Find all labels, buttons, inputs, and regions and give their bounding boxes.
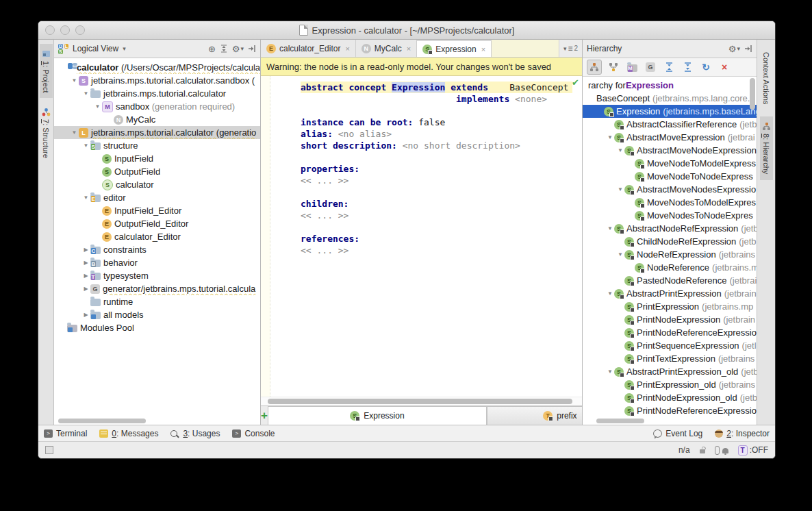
tree-item-runtime[interactable]: runtime — [54, 295, 260, 308]
chevron-collapsed-icon[interactable]: ▶ — [81, 260, 90, 266]
hierarchy-hscrollbar[interactable] — [583, 417, 757, 425]
close-icon[interactable]: × — [718, 60, 731, 74]
hierarchy-item-movenodetonodeexpress[interactable]: SMoveNodeToNodeExpress — [583, 170, 757, 183]
tree-item-behavior[interactable]: ▶Bbehavior — [54, 256, 260, 269]
typesystem-indicator-icon[interactable]: T — [738, 445, 748, 456]
tree-item-calculator-editor[interactable]: Ecalculator_Editor — [54, 230, 260, 243]
tree-item-all-models[interactable]: ▶all models — [54, 308, 260, 321]
hierarchy-item-printnodereferenceexpressio[interactable]: SPrintNodeReferenceExpressio — [583, 404, 757, 417]
tree-item-inputfield-editor[interactable]: EInputField_Editor — [54, 204, 260, 217]
hierarchy-item-childnoderefexpression[interactable]: SChildNodeRefExpression(jetb — [583, 235, 757, 248]
minimize-window-icon[interactable] — [60, 25, 70, 35]
tree-item-mycalc[interactable]: NMyCalc — [54, 113, 260, 126]
chevron-collapsed-icon[interactable]: ▶ — [81, 286, 90, 292]
project-hscrollbar[interactable] — [54, 417, 260, 425]
hierarchy-vscrollbar[interactable] — [750, 78, 756, 110]
hierarchy-item-printnodeexpression-old[interactable]: SPrintNodeExpression_old(jetb — [583, 391, 757, 404]
toolwindow-button-0-messages[interactable]: 0: Messages — [99, 429, 158, 438]
chevron-expanded-icon[interactable]: ▼ — [70, 129, 79, 136]
hierarchy-item-abstractprintexpression-old[interactable]: ▼SAbstractPrintExpression_old(jetb — [583, 365, 757, 378]
chevron-expanded-icon[interactable]: ▼ — [616, 251, 624, 258]
tab-list-dropdown[interactable]: ▾ ≡ 2 — [559, 40, 582, 57]
tree-item-generator-jetbrains-mps-tutorial-calcula[interactable]: ▶Ggenerator/jetbrains.mps.tutorial.calcu… — [54, 282, 260, 295]
aspect-tab-expression[interactable]: SExpression — [268, 406, 487, 425]
chevron-expanded-icon[interactable]: ▼ — [81, 90, 90, 97]
hierarchy-item-movenodetomodelexpress[interactable]: SMoveNodeToModelExpress — [583, 157, 757, 170]
chevron-collapsed-icon[interactable]: ▶ — [81, 273, 90, 279]
chevron-expanded-icon[interactable]: ▼ — [81, 142, 90, 149]
hierarchy-item-noderefexpression[interactable]: ▼SNodeRefExpression(jetbrains — [583, 248, 757, 261]
toolwindow-button-3-usages[interactable]: 3: Usages — [170, 429, 220, 438]
tree-item-constraints[interactable]: ▶Cconstraints — [54, 243, 260, 256]
collapse-all-icon[interactable] — [681, 60, 694, 74]
toolwindow-tab-context-actions[interactable]: Context Actions — [760, 47, 772, 110]
collapse-all-icon[interactable] — [220, 45, 228, 53]
toolwindow-tab-1-project[interactable]: 1: Project — [40, 44, 53, 98]
chevron-down-icon[interactable]: ▾ — [123, 45, 126, 52]
hide-panel-icon[interactable] — [248, 45, 256, 53]
tree-item-typesystem[interactable]: ▶Ttypesystem — [54, 269, 260, 282]
toolwindow-button-console[interactable]: >Console — [232, 429, 275, 438]
hierarchy-item-printexpression[interactable]: SPrintExpression(jetbrains.mp — [583, 300, 757, 313]
concept-editor[interactable]: abstract concept Expression extends Base… — [261, 76, 582, 397]
tree-item-jetbrains-mps-tutorial-calculator[interactable]: ▼jetbrains.mps.tutorial.calculator — [54, 87, 260, 100]
toolwindow-tab-7-structure[interactable]: 7: Structure — [40, 102, 53, 164]
expand-all-icon[interactable] — [662, 60, 676, 74]
hierarchy-item-movenodestonodeexpres[interactable]: SMoveNodesToNodeExpres — [583, 209, 757, 222]
clip-icon[interactable] — [715, 446, 720, 455]
gear-icon[interactable]: ⚙▾ — [232, 44, 244, 54]
gear-icon[interactable]: ⚙▾ — [728, 44, 740, 54]
tree-item-calculator[interactable]: calculator (/Users/Oscar/MPSProjects/cal… — [54, 61, 260, 74]
tree-item-calculator[interactable]: Scalculator — [54, 178, 260, 191]
chevron-expanded-icon[interactable]: ▼ — [616, 186, 624, 192]
chevron-expanded-icon[interactable]: ▼ — [606, 369, 614, 375]
chevron-expanded-icon[interactable]: ▼ — [81, 195, 90, 201]
tree-item-editor[interactable]: ▼Eeditor — [54, 191, 260, 204]
editor-tab-expression[interactable]: SExpression× — [417, 40, 492, 57]
chevron-expanded-icon[interactable]: ▼ — [606, 134, 614, 140]
toolwindow-button-terminal[interactable]: >Terminal — [44, 429, 87, 438]
locate-icon[interactable]: ⊕ — [208, 44, 216, 54]
editor-hscrollbar[interactable] — [261, 397, 582, 406]
editor-tab-calculator-editor[interactable]: Ecalculator_Editor× — [261, 40, 356, 57]
chevron-expanded-icon[interactable]: ▼ — [606, 290, 614, 297]
unlocked-icon[interactable] — [700, 449, 705, 453]
chevron-expanded-icon[interactable]: ▼ — [70, 77, 79, 84]
chevron-expanded-icon[interactable]: ▼ — [93, 103, 102, 110]
hierarchy-item-abstractnoderefexpression[interactable]: ▼SAbstractNodeRefExpression(jetb — [583, 222, 757, 235]
hierarchy-item-abstractmovenodesexpressio[interactable]: ▼SAbstractMoveNodesExpressio — [583, 183, 757, 196]
tree-item-inputfield[interactable]: SInputField — [54, 152, 260, 165]
hide-panel-icon[interactable] — [744, 45, 752, 53]
hierarchy-item-abstractprintexpression[interactable]: ▼SAbstractPrintExpression(jetbrain — [583, 287, 757, 300]
toolwindow-button-event-log[interactable]: Event Log — [653, 429, 702, 438]
tree-item-jetbrains-mps-tutorial-calculator-genera[interactable]: ▼Ljetbrains.mps.tutorial.calculator (gen… — [54, 126, 260, 139]
hierarchy-item-printtextexpression[interactable]: SPrintTextExpression(jetbrains — [583, 352, 757, 365]
chevron-expanded-icon[interactable]: ▼ — [616, 147, 624, 153]
tree-item-outputfield-editor[interactable]: EOutputField_Editor — [54, 217, 260, 230]
generator-icon[interactable]: G — [644, 60, 657, 74]
hierarchy-item-printsequenceexpression[interactable]: SPrintSequenceExpression(jetl — [583, 339, 757, 352]
toolwindow-toggle-icon[interactable] — [45, 446, 53, 454]
chevron-collapsed-icon[interactable]: ▶ — [81, 312, 90, 318]
inspection-ok-icon[interactable]: ✔ — [572, 77, 579, 88]
hierarchy-item-abstractmovenodeexpression[interactable]: ▼SAbstractMoveNodeExpression — [583, 144, 757, 157]
close-window-icon[interactable] — [45, 25, 55, 35]
hierarchy-item-printnodereferenceexpressio[interactable]: SPrintNodeReferenceExpressio — [583, 326, 757, 339]
tree-item-sandbox[interactable]: ▼Msandbox (generation required) — [54, 100, 260, 113]
add-editor-tab-button[interactable]: + — [261, 406, 268, 425]
editor-tab-mycalc[interactable]: NMyCalc× — [356, 40, 417, 57]
toolwindow-button-2-inspector[interactable]: 2: Inspector — [715, 429, 770, 438]
chevron-expanded-icon[interactable]: ▼ — [606, 225, 614, 232]
hierarchy-item-movenodestomodelexpres[interactable]: SMoveNodesToModelExpres — [583, 196, 757, 209]
bell-icon[interactable] — [722, 448, 728, 453]
tree-item-outputfield[interactable]: SOutputField — [54, 165, 260, 178]
hierarchy-item-expression[interactable]: SExpression(jetbrains.mps.baseLang — [583, 105, 757, 118]
close-tab-icon[interactable]: × — [481, 45, 485, 53]
close-tab-icon[interactable]: × — [407, 45, 411, 53]
subtype-hierarchy-icon[interactable] — [587, 60, 602, 75]
hierarchy-item-pastednodereference[interactable]: SPastedNodeReference(jetbrai — [583, 274, 757, 287]
hierarchy-item-abstractclassifierreference[interactable]: SAbstractClassifierReference(jetb — [583, 118, 757, 131]
zoom-window-icon[interactable] — [75, 25, 85, 35]
chevron-collapsed-icon[interactable]: ▶ — [81, 247, 90, 253]
tree-item-structure[interactable]: ▼Sstructure — [54, 139, 260, 152]
